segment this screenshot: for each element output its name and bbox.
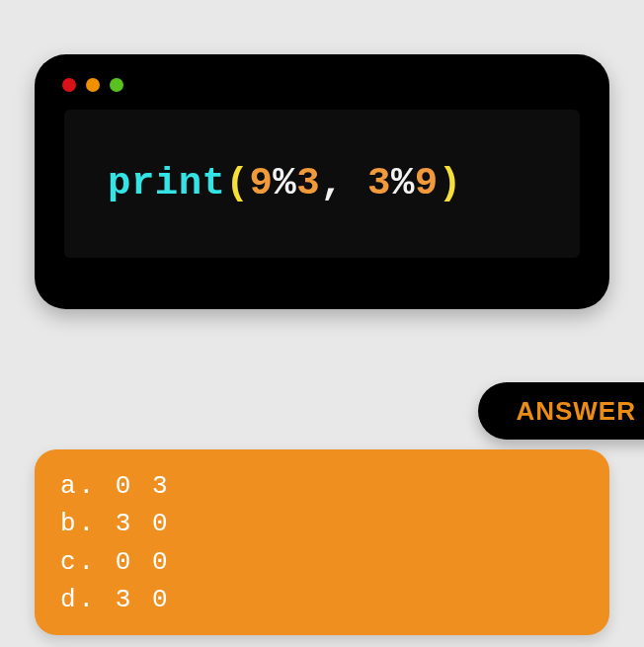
window-controls: [35, 54, 609, 92]
code-window: print(9%3, 3%9): [35, 54, 609, 309]
options-panel: a. 0 3 b. 3 0 c. 0 0 d. 3 0: [35, 449, 609, 635]
option-d[interactable]: d. 3 0: [60, 581, 584, 618]
answer-button[interactable]: ANSWER: [478, 382, 644, 440]
maximize-icon: [110, 78, 123, 92]
code-token: ): [439, 162, 462, 205]
answer-label: ANSWER: [516, 396, 636, 427]
code-token: ,: [320, 162, 367, 205]
code-token: (: [226, 162, 250, 205]
code-token: print: [108, 162, 226, 205]
code-token: 3: [296, 162, 320, 205]
code-token: %: [273, 162, 296, 205]
code-token: 9: [415, 162, 439, 205]
code-token: 9: [249, 162, 273, 205]
code-token: %: [391, 162, 415, 205]
option-c[interactable]: c. 0 0: [60, 543, 584, 581]
code-area: print(9%3, 3%9): [64, 110, 580, 258]
close-icon: [62, 78, 76, 92]
option-b[interactable]: b. 3 0: [60, 505, 584, 542]
minimize-icon: [86, 78, 100, 92]
code-line: print(9%3, 3%9): [108, 162, 462, 205]
option-a[interactable]: a. 0 3: [60, 467, 584, 505]
code-token: 3: [367, 162, 391, 205]
